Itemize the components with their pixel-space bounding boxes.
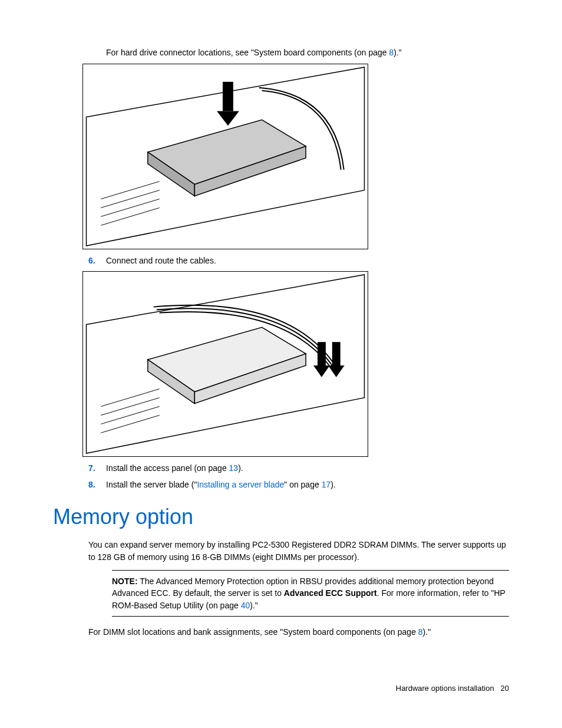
svg-line-21 — [101, 416, 159, 433]
step-6: 6. Connect and route the cables. — [88, 255, 509, 267]
svg-marker-17 — [328, 365, 345, 377]
intro-pre: For hard drive connector locations, see … — [106, 48, 389, 57]
intro-text: For hard drive connector locations, see … — [106, 47, 509, 59]
step-7-pre: Install the access panel (on page — [106, 463, 229, 473]
drive-install-illustration — [83, 64, 368, 249]
page-footer: Hardware options installation 20 — [396, 684, 509, 693]
footer-page: 20 — [501, 684, 509, 693]
step-7-text: Install the access panel (on page 13). — [106, 463, 509, 475]
para2-post: )." — [423, 627, 431, 637]
svg-line-18 — [101, 389, 159, 407]
footer-section: Hardware options installation — [396, 684, 494, 693]
figure-cable-routing — [82, 271, 368, 457]
link-page-17[interactable]: 17 — [322, 480, 331, 489]
svg-line-19 — [101, 398, 159, 416]
step-7-num: 7. — [88, 463, 106, 475]
memory-para-2: For DIMM slot locations and bank assignm… — [88, 626, 509, 638]
step-6-num: 6. — [88, 255, 106, 267]
svg-line-8 — [101, 199, 159, 216]
step-8-mid: " on page — [284, 480, 321, 489]
svg-rect-4 — [223, 81, 233, 111]
para2-pre: For DIMM slot locations and bank assignm… — [88, 627, 418, 637]
link-page-8b[interactable]: 8 — [418, 627, 423, 637]
note-bold: Advanced ECC Support — [284, 588, 377, 598]
note-label: NOTE: — [112, 577, 138, 586]
note-post: )." — [250, 601, 258, 610]
svg-rect-16 — [332, 342, 340, 365]
svg-marker-15 — [313, 365, 330, 377]
step-6-text: Connect and route the cables. — [106, 255, 509, 267]
figure-drive-install — [82, 64, 368, 249]
svg-line-6 — [101, 181, 159, 199]
link-page-13[interactable]: 13 — [229, 463, 239, 473]
step-8-text: Install the server blade ("Installing a … — [106, 479, 509, 491]
svg-line-7 — [101, 190, 159, 207]
svg-marker-5 — [217, 111, 239, 126]
step-8-pre: Install the server blade (" — [106, 480, 197, 489]
step-8-post: ). — [330, 480, 336, 489]
step-7: 7. Install the access panel (on page 13)… — [88, 463, 509, 475]
step-7-post: ). — [238, 463, 243, 473]
step-8: 8. Install the server blade ("Installing… — [88, 479, 509, 491]
svg-line-9 — [101, 207, 159, 225]
link-install-server-blade[interactable]: Installing a server blade — [197, 480, 284, 489]
link-page-40[interactable]: 40 — [241, 601, 250, 610]
svg-line-20 — [101, 407, 159, 424]
memory-para-1: You can expand server memory by installi… — [88, 539, 509, 563]
cable-routing-illustration — [83, 272, 368, 456]
heading-memory-option: Memory option — [53, 505, 509, 529]
svg-rect-14 — [318, 342, 326, 365]
note-box: NOTE: The Advanced Memory Protection opt… — [112, 570, 509, 617]
step-8-num: 8. — [88, 479, 106, 491]
intro-post: )." — [394, 48, 402, 57]
